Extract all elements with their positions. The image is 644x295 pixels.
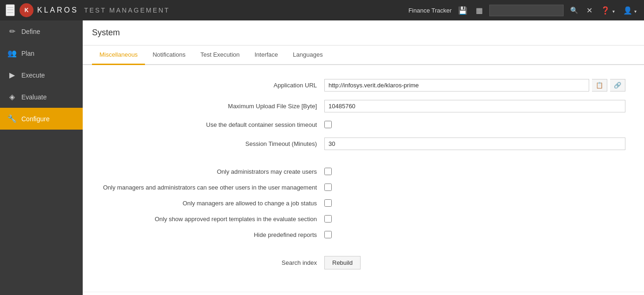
search-index-label: Search index bbox=[101, 259, 324, 266]
application-url-row: Application URL 📋 🔗 bbox=[101, 79, 625, 92]
footer-actions: Save Discard bbox=[83, 292, 644, 295]
copy-url-button[interactable]: 📋 bbox=[592, 79, 607, 92]
session-timeout-input[interactable] bbox=[324, 138, 625, 150]
admin-users-row: Only administrators may create users bbox=[101, 168, 625, 175]
admin-users-field-group bbox=[324, 168, 625, 175]
max-upload-row: Maximum Upload File Size [Byte] bbox=[101, 100, 625, 112]
sidebar: ✏ Define 👥 Plan ▶ Execute ◈ Evaluate 🔧 C… bbox=[0, 20, 83, 295]
search-index-row: Search index Rebuild bbox=[101, 256, 625, 269]
tab-test-execution[interactable]: Test Execution bbox=[193, 46, 247, 65]
clear-search-button[interactable]: ✕ bbox=[585, 4, 594, 17]
hide-reports-checkbox[interactable] bbox=[324, 231, 332, 238]
sidebar-item-execute-label: Execute bbox=[21, 72, 45, 79]
tab-languages[interactable]: Languages bbox=[285, 46, 330, 65]
app-name: KLAROS bbox=[37, 6, 79, 14]
sidebar-item-plan[interactable]: 👥 Plan bbox=[0, 42, 83, 64]
managers-users-checkbox[interactable] bbox=[324, 184, 332, 191]
rebuild-button[interactable]: Rebuild bbox=[324, 256, 361, 269]
main-content: System Miscellaneous Notifications Test … bbox=[83, 20, 644, 295]
plan-icon: 👥 bbox=[7, 49, 17, 58]
define-icon: ✏ bbox=[7, 27, 17, 36]
sidebar-item-evaluate-label: Evaluate bbox=[21, 93, 46, 101]
sidebar-item-configure[interactable]: 🔧 Configure bbox=[0, 108, 83, 130]
tabs-bar: Miscellaneous Notifications Test Executi… bbox=[83, 46, 644, 65]
session-timeout-label: Session Timeout (Minutes) bbox=[101, 140, 324, 147]
project-name-label: Finance Tracker bbox=[408, 7, 452, 14]
job-status-label: Only managers are allowed to change a jo… bbox=[101, 200, 324, 207]
application-url-input[interactable] bbox=[324, 79, 589, 92]
container-session-label: Use the default container session timeou… bbox=[101, 121, 324, 128]
page-title: System bbox=[83, 20, 644, 46]
hide-reports-label: Hide predefined reports bbox=[101, 231, 324, 238]
user-menu-button[interactable]: 👤 ▾ bbox=[621, 4, 638, 17]
admin-users-label: Only administrators may create users bbox=[101, 168, 324, 175]
job-status-row: Only managers are allowed to change a jo… bbox=[101, 199, 625, 207]
logo-area: K KLAROS TEST MANAGEMENT bbox=[20, 3, 170, 17]
tab-interface[interactable]: Interface bbox=[247, 46, 286, 65]
grid-view-button[interactable]: ▦ bbox=[474, 4, 485, 17]
container-session-row: Use the default container session timeou… bbox=[101, 121, 625, 128]
sidebar-item-configure-label: Configure bbox=[21, 115, 50, 123]
execute-icon: ▶ bbox=[7, 71, 17, 79]
sidebar-item-define[interactable]: ✏ Define bbox=[0, 20, 83, 42]
search-button[interactable]: 🔍 bbox=[568, 5, 580, 16]
report-templates-checkbox[interactable] bbox=[324, 215, 332, 223]
sidebar-item-define-label: Define bbox=[21, 28, 40, 35]
hide-reports-row: Hide predefined reports bbox=[101, 231, 625, 238]
search-input[interactable] bbox=[489, 5, 564, 16]
form-area: Application URL 📋 🔗 Maximum Upload File … bbox=[83, 65, 644, 292]
configure-icon: 🔧 bbox=[7, 114, 17, 123]
search-index-field-group: Rebuild bbox=[324, 256, 625, 269]
managers-users-field-group bbox=[324, 184, 625, 191]
hamburger-button[interactable]: ☰ bbox=[6, 4, 15, 16]
help-button[interactable]: ❓ ▾ bbox=[599, 4, 616, 17]
session-timeout-field-group bbox=[324, 138, 625, 150]
application-url-field-group: 📋 🔗 bbox=[324, 79, 625, 92]
sidebar-item-execute[interactable]: ▶ Execute bbox=[0, 64, 83, 86]
app-subtitle: TEST MANAGEMENT bbox=[84, 7, 170, 14]
container-session-checkbox[interactable] bbox=[324, 121, 332, 128]
hide-reports-field-group bbox=[324, 231, 625, 238]
job-status-field-group bbox=[324, 199, 625, 207]
max-upload-label: Maximum Upload File Size [Byte] bbox=[101, 103, 324, 110]
sidebar-item-evaluate[interactable]: ◈ Evaluate bbox=[0, 86, 83, 108]
application-url-label: Application URL bbox=[101, 82, 324, 89]
session-timeout-row: Session Timeout (Minutes) bbox=[101, 138, 625, 150]
save-project-button[interactable]: 💾 bbox=[456, 4, 469, 17]
report-templates-row: Only show approved report templates in t… bbox=[101, 215, 625, 223]
report-templates-label: Only show approved report templates in t… bbox=[101, 216, 324, 223]
admin-users-checkbox[interactable] bbox=[324, 168, 332, 175]
container-session-field-group bbox=[324, 121, 625, 128]
tab-notifications[interactable]: Notifications bbox=[145, 46, 193, 65]
sidebar-item-plan-label: Plan bbox=[21, 50, 34, 57]
logo-icon: K bbox=[20, 3, 33, 17]
job-status-checkbox[interactable] bbox=[324, 199, 332, 207]
top-nav: ☰ K KLAROS TEST MANAGEMENT Finance Track… bbox=[0, 0, 644, 20]
tab-miscellaneous[interactable]: Miscellaneous bbox=[92, 46, 145, 65]
max-upload-field-group bbox=[324, 100, 625, 112]
max-upload-input[interactable] bbox=[324, 100, 625, 112]
evaluate-icon: ◈ bbox=[7, 92, 17, 101]
report-templates-field-group bbox=[324, 215, 625, 223]
layout: ✏ Define 👥 Plan ▶ Execute ◈ Evaluate 🔧 C… bbox=[0, 20, 644, 295]
open-url-button[interactable]: 🔗 bbox=[610, 79, 625, 92]
managers-users-label: Only managers and administrators can see… bbox=[101, 184, 324, 191]
managers-users-row: Only managers and administrators can see… bbox=[101, 184, 625, 191]
